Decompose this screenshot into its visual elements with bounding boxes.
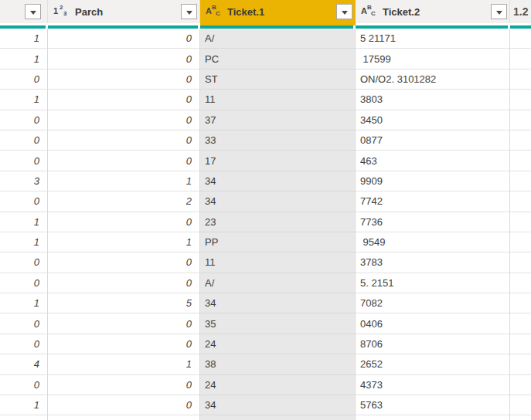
cell[interactable]: 0	[0, 334, 48, 354]
cell-clipped[interactable]	[510, 110, 531, 130]
cell[interactable]: 0	[48, 151, 200, 171]
cell[interactable]: 7736	[356, 212, 510, 232]
cell[interactable]: 7742	[356, 191, 510, 212]
cell[interactable]: 37	[200, 110, 356, 130]
cell[interactable]: 38	[200, 354, 356, 374]
cell[interactable]: 24	[200, 334, 356, 354]
cell[interactable]: 3803	[356, 90, 510, 110]
cell[interactable]: 17599	[356, 49, 510, 69]
cell[interactable]: 0877	[356, 130, 510, 151]
cell[interactable]: 2	[48, 191, 200, 212]
cell-clipped[interactable]	[510, 334, 531, 354]
cell[interactable]	[0, 415, 48, 420]
cell[interactable]: 463	[356, 151, 510, 171]
cell[interactable]: A/	[200, 273, 356, 293]
cell[interactable]: 5. 2151	[356, 273, 510, 293]
cell-clipped[interactable]	[510, 273, 531, 293]
cell[interactable]: 5 21171	[356, 29, 510, 49]
cell[interactable]: 0	[0, 273, 48, 293]
cell-clipped[interactable]	[510, 171, 531, 191]
cell[interactable]: 34	[200, 293, 356, 313]
cell[interactable]: 1	[0, 395, 48, 415]
cell-clipped[interactable]	[510, 375, 531, 395]
column-header-clipped-left[interactable]	[0, 0, 48, 23]
cell[interactable]: 0	[48, 375, 200, 395]
cell[interactable]: 0	[48, 90, 200, 110]
cell-clipped[interactable]	[510, 354, 531, 374]
cell-clipped[interactable]	[510, 415, 531, 420]
cell[interactable]: 0	[0, 69, 48, 90]
filter-dropdown-button[interactable]	[491, 4, 507, 19]
cell[interactable]: PP	[200, 232, 356, 252]
cell-clipped[interactable]	[510, 293, 531, 313]
filter-dropdown-button[interactable]	[336, 4, 352, 19]
cell-clipped[interactable]	[510, 232, 531, 252]
cell-clipped[interactable]	[510, 191, 531, 212]
cell[interactable]: 9549	[356, 232, 510, 252]
cell[interactable]	[48, 415, 200, 420]
cell[interactable]: 3450	[356, 110, 510, 130]
cell[interactable]: 0	[0, 130, 48, 151]
cell[interactable]: 9909	[356, 171, 510, 191]
cell[interactable]: 0	[48, 110, 200, 130]
cell[interactable]: 5763	[356, 395, 510, 415]
cell[interactable]: 24	[200, 375, 356, 395]
cell[interactable]: 1	[0, 49, 48, 69]
cell-clipped[interactable]	[510, 212, 531, 232]
cell[interactable]: ON/O2. 3101282	[356, 69, 510, 90]
cell-clipped[interactable]	[510, 69, 531, 90]
column-header-clipped-right[interactable]: 1.2	[510, 0, 531, 23]
cell[interactable]: 0	[48, 273, 200, 293]
cell[interactable]: 8706	[356, 334, 510, 354]
cell[interactable]: 1	[48, 232, 200, 252]
cell[interactable]: 0	[48, 252, 200, 273]
cell[interactable]: 0	[48, 69, 200, 90]
cell[interactable]: 0	[0, 313, 48, 334]
cell[interactable]: 0	[48, 395, 200, 415]
cell[interactable]: 1	[0, 212, 48, 232]
filter-dropdown-button[interactable]	[181, 4, 197, 19]
cell[interactable]: A/	[200, 29, 356, 49]
cell[interactable]: 35	[200, 313, 356, 334]
cell[interactable]: 1	[48, 354, 200, 374]
cell[interactable]: 0406	[356, 313, 510, 334]
cell[interactable]: 2652	[356, 354, 510, 374]
column-header-ticket-2[interactable]: ABC Ticket.2	[356, 0, 510, 23]
cell[interactable]: 0	[48, 212, 200, 232]
cell[interactable]: 0	[0, 252, 48, 273]
cell[interactable]: PC	[200, 49, 356, 69]
cell[interactable]: 4	[0, 354, 48, 374]
cell[interactable]: 0	[48, 49, 200, 69]
cell[interactable]: 3	[0, 171, 48, 191]
cell[interactable]: 11	[200, 252, 356, 273]
column-header-parch[interactable]: 123 Parch	[48, 0, 200, 23]
cell[interactable]: 17	[200, 151, 356, 171]
cell-clipped[interactable]	[510, 395, 531, 415]
cell[interactable]: 0	[48, 29, 200, 49]
cell[interactable]: ST	[200, 69, 356, 90]
cell[interactable]: 1	[0, 90, 48, 110]
cell[interactable]: 34	[200, 171, 356, 191]
cell[interactable]: 33	[200, 130, 356, 151]
cell-clipped[interactable]	[510, 90, 531, 110]
cell-clipped[interactable]	[510, 313, 531, 334]
cell[interactable]: 4373	[356, 375, 510, 395]
cell[interactable]: 1	[48, 171, 200, 191]
cell[interactable]: 3783	[356, 252, 510, 273]
cell[interactable]: 0	[0, 110, 48, 130]
cell[interactable]: 0	[48, 334, 200, 354]
cell[interactable]: 1	[0, 29, 48, 49]
cell-clipped[interactable]	[510, 130, 531, 151]
cell-clipped[interactable]	[510, 252, 531, 273]
cell[interactable]: 7082	[356, 293, 510, 313]
cell[interactable]: 5	[48, 293, 200, 313]
cell[interactable]: 1	[0, 293, 48, 313]
cell[interactable]	[356, 415, 510, 420]
cell[interactable]: 1	[0, 232, 48, 252]
cell[interactable]: 0	[0, 151, 48, 171]
cell[interactable]: 23	[200, 212, 356, 232]
cell[interactable]: 0	[0, 375, 48, 395]
cell-clipped[interactable]	[510, 29, 531, 49]
cell-clipped[interactable]	[510, 151, 531, 171]
filter-dropdown-button[interactable]	[25, 4, 41, 19]
